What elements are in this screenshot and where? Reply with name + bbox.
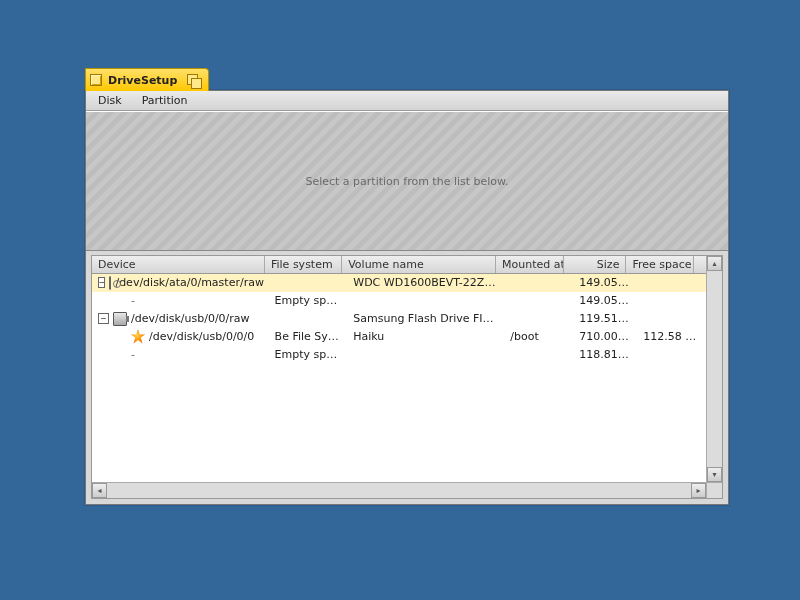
app-window: DriveSetup Disk Partition Select a parti… [85,90,729,505]
scroll-up-icon[interactable]: ▴ [707,256,722,271]
col-extra [694,256,706,273]
cell-device: −/dev/disk/ata/0/master/raw [92,276,269,290]
cell-size: 149.05 GiB [573,276,637,289]
table-row[interactable]: −/dev/disk/ata/0/master/rawWDC WD1600BEV… [92,274,706,292]
zoom-icon[interactable] [187,74,200,87]
cell-size: 119.51 GiB [573,312,637,325]
table-body: −/dev/disk/ata/0/master/rawWDC WD1600BEV… [92,274,706,364]
harddisk-icon [109,276,111,290]
window-title: DriveSetup [108,74,177,87]
cell-size: 710.00 MiB [573,330,637,343]
cell-device: /dev/disk/usb/0/0/0 [92,330,269,344]
cell-filesystem: Empty space [269,294,348,307]
scroll-left-icon[interactable]: ◂ [92,483,107,498]
close-icon[interactable] [90,74,102,86]
usb-drive-icon [113,312,127,326]
cell-volume: WDC WD1600BEVT-22ZCT0 [347,276,504,289]
vertical-scrollbar[interactable]: ▴ ▾ [706,256,722,482]
cell-mount: /boot [504,330,573,343]
col-free[interactable]: Free space [626,256,694,273]
scroll-right-icon[interactable]: ▸ [691,483,706,498]
volume-icon [131,330,145,344]
cell-size: 118.81 GiB [573,348,637,361]
col-mount[interactable]: Mounted at [496,256,564,273]
table-scroll: Device File system Volume name Mounted a… [92,256,706,482]
col-device[interactable]: Device [92,256,265,273]
expander-icon[interactable]: − [98,313,109,324]
device-path: - [131,348,135,361]
cell-volume: Samsung Flash Drive FIT 1100 [347,312,504,325]
device-path: /dev/disk/ata/0/master/raw [115,276,263,289]
partition-table: Device File system Volume name Mounted a… [91,255,723,499]
table-header: Device File system Volume name Mounted a… [92,256,706,274]
menu-disk[interactable]: Disk [88,92,132,109]
col-volume[interactable]: Volume name [342,256,496,273]
device-path: /dev/disk/usb/0/0/raw [131,312,250,325]
device-path: /dev/disk/usb/0/0/0 [149,330,254,343]
menu-partition[interactable]: Partition [132,92,198,109]
expander-icon[interactable]: − [98,277,105,288]
cell-device: - [92,348,269,361]
cell-filesystem: Be File System [269,330,348,343]
table-row[interactable]: -Empty space149.05 GiB [92,292,706,310]
scrollbar-corner [706,482,722,498]
table-row[interactable]: /dev/disk/usb/0/0/0Be File SystemHaiku/b… [92,328,706,346]
table-row[interactable]: -Empty space118.81 GiB [92,346,706,364]
col-filesystem[interactable]: File system [265,256,342,273]
table-row[interactable]: −/dev/disk/usb/0/0/rawSamsung Flash Driv… [92,310,706,328]
cell-size: 149.05 GiB [573,294,637,307]
cell-filesystem: Empty space [269,348,348,361]
partition-visualization: Select a partition from the list below. [86,111,728,251]
menubar: Disk Partition [86,91,728,111]
horizontal-scrollbar[interactable]: ◂ ▸ [92,482,706,498]
viz-placeholder: Select a partition from the list below. [305,175,508,188]
cell-device: −/dev/disk/usb/0/0/raw [92,312,269,326]
titlebar[interactable]: DriveSetup [85,68,209,91]
cell-free: 112.58 MiB [637,330,706,343]
scroll-down-icon[interactable]: ▾ [707,467,722,482]
cell-device: - [92,294,269,307]
cell-volume: Haiku [347,330,504,343]
col-size[interactable]: Size [564,256,627,273]
device-path: - [131,294,135,307]
